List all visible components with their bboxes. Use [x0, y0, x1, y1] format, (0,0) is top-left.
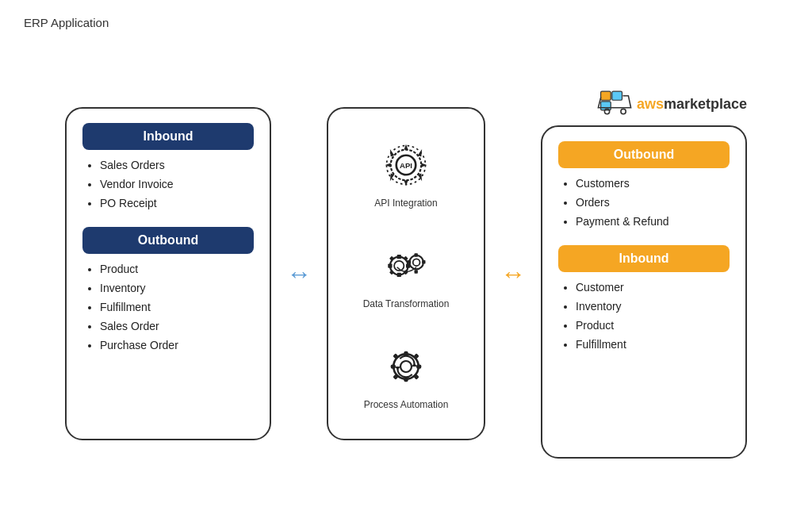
main-row: Inbound Sales Orders Vendor Invoice PO R… — [24, 37, 788, 510]
process-automation-label: Process Automation — [364, 399, 449, 410]
page: ERP Application Inbound Sales Orders Ven… — [0, 0, 812, 526]
list-item: Inventory — [100, 279, 254, 298]
list-item: Sales Order — [100, 317, 254, 336]
erp-box: Inbound Sales Orders Vendor Invoice PO R… — [65, 107, 271, 440]
svg-rect-8 — [388, 263, 392, 267]
middle-box: API API Integration — [327, 107, 485, 440]
data-transformation-icon — [378, 238, 434, 294]
left-arrow-container: ↔ — [271, 259, 327, 289]
process-automation-icon — [378, 339, 434, 394]
svg-rect-33 — [612, 91, 622, 100]
svg-rect-17 — [415, 270, 418, 273]
aws-box: Outbound Customers Orders Payment & Refu… — [541, 125, 747, 459]
list-item: Customer — [576, 278, 730, 298]
svg-rect-32 — [600, 91, 611, 100]
svg-rect-19 — [422, 260, 425, 263]
aws-inbound-section: Inbound Customer Inventory Product Fulfi… — [558, 245, 730, 354]
svg-rect-24 — [391, 364, 396, 368]
list-item: PO Receipt — [100, 194, 254, 213]
erp-inbound-section: Inbound Sales Orders Vendor Invoice PO R… — [82, 123, 254, 213]
list-item: Product — [576, 317, 730, 336]
svg-marker-30 — [412, 363, 417, 366]
list-item: Product — [100, 260, 254, 279]
aws-suffix: marketplace — [664, 96, 747, 112]
erp-inbound-header: Inbound — [82, 123, 254, 150]
svg-rect-6 — [397, 255, 401, 259]
list-item: Customers — [576, 175, 730, 194]
svg-rect-7 — [397, 273, 401, 277]
erp-outbound-section: Outbound Product Inventory Fulfillment S… — [82, 227, 254, 355]
aws-inbound-header: Inbound — [558, 245, 730, 272]
left-double-arrow: ↔ — [286, 259, 312, 289]
svg-rect-11 — [403, 256, 408, 261]
list-item: Vendor Invoice — [100, 175, 254, 194]
aws-inbound-list: Customer Inventory Product Fulfillment — [558, 278, 730, 354]
erp-outbound-list: Product Inventory Fulfillment Sales Orde… — [82, 260, 254, 355]
api-integration-label: API Integration — [374, 198, 437, 209]
data-transformation-label: Data Transformation — [363, 298, 450, 309]
erp-outbound-header: Outbound — [82, 227, 254, 254]
process-automation-block: Process Automation — [364, 339, 449, 410]
aws-outbound-list: Customers Orders Payment & Refund — [558, 175, 730, 231]
list-item: Payment & Refund — [576, 213, 730, 232]
svg-text:API: API — [400, 162, 412, 171]
svg-rect-10 — [389, 256, 394, 261]
data-transformation-block: Data Transformation — [363, 238, 450, 309]
svg-rect-12 — [389, 270, 394, 275]
aws-logo-row: awsmarketplace — [596, 89, 747, 119]
svg-rect-16 — [415, 253, 418, 256]
svg-rect-25 — [416, 364, 421, 368]
api-integration-block: API API Integration — [374, 137, 437, 209]
aws-outbound-section: Outbound Customers Orders Payment & Refu… — [558, 141, 730, 231]
list-item: Inventory — [576, 298, 730, 317]
aws-prefix: aws — [637, 96, 664, 112]
api-gear-icon: API — [378, 137, 434, 193]
aws-logo-text: awsmarketplace — [637, 97, 747, 111]
svg-point-36 — [621, 109, 626, 113]
aws-outbound-header: Outbound — [558, 141, 730, 168]
list-item: Purchase Order — [100, 336, 254, 355]
aws-cart-icon — [596, 89, 634, 119]
erp-application-label: ERP Application — [24, 16, 788, 29]
svg-point-15 — [413, 259, 420, 266]
svg-marker-31 — [395, 367, 400, 370]
right-arrow-container: ↔ — [485, 259, 541, 289]
svg-rect-18 — [408, 260, 411, 263]
list-item: Orders — [576, 194, 730, 213]
erp-inbound-list: Sales Orders Vendor Invoice PO Receipt — [82, 156, 254, 213]
right-double-arrow: ↔ — [500, 259, 526, 289]
svg-point-21 — [400, 361, 412, 372]
list-item: Sales Orders — [100, 156, 254, 175]
aws-wrapper: awsmarketplace Outbound Customers Orders… — [541, 89, 747, 459]
list-item: Fulfillment — [100, 298, 254, 317]
aws-logo-area: awsmarketplace — [596, 89, 747, 119]
list-item: Fulfillment — [576, 336, 730, 355]
